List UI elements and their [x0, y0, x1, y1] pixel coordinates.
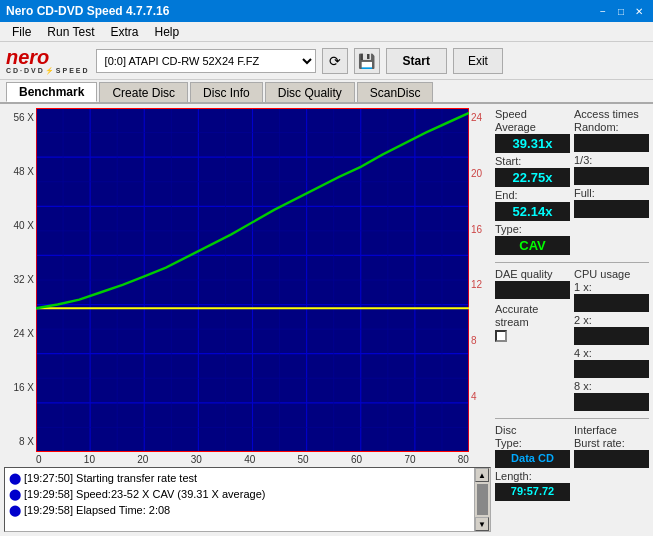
start-value: 22.75x: [495, 168, 570, 187]
x-label-50: 50: [298, 454, 309, 465]
toolbar: nero CD·DVD⚡SPEED [0:0] ATAPI CD-RW 52X2…: [0, 42, 653, 80]
disc-section: Disc Type: Data CD Length: 79:57.72: [495, 424, 570, 503]
accurate-stream-checkbox-area: [495, 330, 570, 342]
x-label-30: 30: [191, 454, 202, 465]
x-axis: 0 10 20 30 40 50 60 70 80: [36, 452, 469, 465]
right-panel: Speed Average 39.31x Start: 22.75x End: …: [493, 104, 653, 536]
one-third-label: 1/3:: [574, 154, 649, 166]
chart-plot: 0 10 20 30 40 50 60 70 80: [36, 108, 469, 465]
log-line-3: ⬤ [19:29:58] Elapsed Time: 2:08: [9, 502, 470, 518]
type-label: Type:: [495, 223, 570, 235]
random-value: [574, 134, 649, 152]
title-text: Nero CD-DVD Speed 4.7.7.16: [6, 4, 169, 18]
start-label: Start:: [495, 155, 570, 167]
scroll-down-button[interactable]: ▼: [475, 517, 489, 531]
log-line-3-text: [19:29:58] Elapsed Time: 2:08: [24, 504, 170, 516]
accurate-label: Accurate: [495, 303, 570, 315]
tab-disc-info[interactable]: Disc Info: [190, 82, 263, 102]
menu-run-test[interactable]: Run Test: [39, 23, 102, 41]
tab-create-disc[interactable]: Create Disc: [99, 82, 188, 102]
speed-access-row: Speed Average 39.31x Start: 22.75x End: …: [495, 108, 649, 257]
start-button[interactable]: Start: [386, 48, 447, 74]
menu-extra[interactable]: Extra: [102, 23, 146, 41]
y-right-4: 4: [471, 391, 491, 402]
y-label-8: 8 X: [4, 436, 34, 447]
y-label-32: 32 X: [4, 274, 34, 285]
dae-cpu-row: DAE quality Accurate stream CPU usage 1 …: [495, 268, 649, 413]
disc-interface-row: Disc Type: Data CD Length: 79:57.72 Inte…: [495, 424, 649, 503]
access-times-section: Access times Random: 1/3: Full:: [574, 108, 649, 257]
chart-svg: [36, 108, 469, 452]
x1-value: [574, 294, 649, 312]
x-label-80: 80: [458, 454, 469, 465]
x2-label: 2 x:: [574, 314, 649, 326]
y-axis-left: 56 X 48 X 40 X 32 X 24 X 16 X 8 X: [4, 108, 36, 465]
refresh-icon-button[interactable]: ⟳: [322, 48, 348, 74]
full-value: [574, 200, 649, 218]
chart-and-axis: 56 X 48 X 40 X 32 X 24 X 16 X 8 X: [4, 108, 491, 465]
scroll-up-button[interactable]: ▲: [475, 468, 489, 482]
speed-label: Speed: [495, 108, 570, 120]
interface-label: Interface: [574, 424, 649, 436]
x2-value: [574, 327, 649, 345]
title-controls: − □ ✕: [595, 3, 647, 19]
average-label: Average: [495, 121, 570, 133]
x4-value: [574, 360, 649, 378]
log-area: ⬤ [19:27:50] Starting transfer rate test…: [4, 467, 491, 532]
y-right-12: 12: [471, 279, 491, 290]
random-label: Random:: [574, 121, 649, 133]
title-bar: Nero CD-DVD Speed 4.7.7.16 − □ ✕: [0, 0, 653, 22]
one-third-value: [574, 167, 649, 185]
disc-length-label: Length:: [495, 470, 570, 482]
accurate-stream-checkbox[interactable]: [495, 330, 507, 342]
dae-section: DAE quality Accurate stream: [495, 268, 570, 413]
y-label-40: 40 X: [4, 220, 34, 231]
y-label-16: 16 X: [4, 382, 34, 393]
tab-benchmark[interactable]: Benchmark: [6, 82, 97, 102]
exit-button[interactable]: Exit: [453, 48, 503, 74]
y-label-24: 24 X: [4, 328, 34, 339]
average-value: 39.31x: [495, 134, 570, 153]
log-line-1-text: [19:27:50] Starting transfer rate test: [24, 472, 197, 484]
menu-file[interactable]: File: [4, 23, 39, 41]
divider-1: [495, 262, 649, 263]
x8-label: 8 x:: [574, 380, 649, 392]
maximize-button[interactable]: □: [613, 3, 629, 19]
chart-container: 56 X 48 X 40 X 32 X 24 X 16 X 8 X: [4, 108, 491, 532]
x-label-70: 70: [404, 454, 415, 465]
x-label-0: 0: [36, 454, 42, 465]
x-label-20: 20: [137, 454, 148, 465]
minimize-button[interactable]: −: [595, 3, 611, 19]
log-scrollbar: ▲ ▼: [474, 468, 490, 531]
device-select[interactable]: [0:0] ATAPI CD-RW 52X24 F.FZ: [96, 49, 316, 73]
burst-label: Burst rate:: [574, 437, 649, 449]
close-button[interactable]: ✕: [631, 3, 647, 19]
log-line-1: ⬤ [19:27:50] Starting transfer rate test: [9, 470, 470, 486]
y-axis-right: 24 20 16 12 8 4: [469, 108, 491, 465]
accurate-stream-section: Accurate stream: [495, 303, 570, 342]
x1-label: 1 x:: [574, 281, 649, 293]
menu-bar: File Run Test Extra Help: [0, 22, 653, 42]
access-times-label: Access times: [574, 108, 649, 120]
x-label-10: 10: [84, 454, 95, 465]
end-value: 52.14x: [495, 202, 570, 221]
y-right-24: 24: [471, 112, 491, 123]
scroll-thumb: [477, 484, 488, 515]
dae-label: DAE quality: [495, 268, 570, 280]
tab-disc-quality[interactable]: Disc Quality: [265, 82, 355, 102]
burst-value: [574, 450, 649, 468]
disc-type-label: Type:: [495, 437, 570, 449]
nero-icon: nero: [6, 46, 49, 69]
disc-type-value: Data CD: [495, 450, 570, 468]
divider-2: [495, 418, 649, 419]
y-right-16: 16: [471, 224, 491, 235]
disc-length-value: 79:57.72: [495, 483, 570, 501]
menu-help[interactable]: Help: [147, 23, 188, 41]
x-label-60: 60: [351, 454, 362, 465]
save-icon-button[interactable]: 💾: [354, 48, 380, 74]
tab-scan-disc[interactable]: ScanDisc: [357, 82, 434, 102]
log-line-2: ⬤ [19:29:58] Speed:23-52 X CAV (39.31 X …: [9, 486, 470, 502]
cpu-section: CPU usage 1 x: 2 x: 4 x: 8 x:: [574, 268, 649, 413]
y-right-20: 20: [471, 168, 491, 179]
tab-bar: Benchmark Create Disc Disc Info Disc Qua…: [0, 80, 653, 104]
